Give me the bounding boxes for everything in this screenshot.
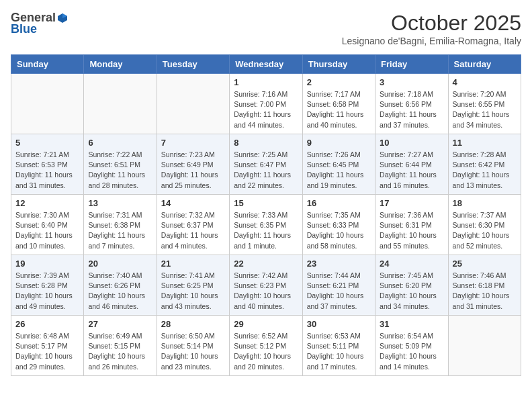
calendar-cell: 12Sunrise: 7:30 AM Sunset: 6:40 PM Dayli… <box>11 195 84 255</box>
day-number: 24 <box>380 259 443 269</box>
calendar-cell: 3Sunrise: 7:18 AM Sunset: 6:56 PM Daylig… <box>375 74 448 134</box>
day-info: Sunrise: 7:39 AM Sunset: 6:28 PM Dayligh… <box>15 271 79 312</box>
day-number: 1 <box>234 77 298 87</box>
calendar-cell: 13Sunrise: 7:31 AM Sunset: 6:38 PM Dayli… <box>84 195 157 255</box>
day-number: 3 <box>380 77 443 87</box>
calendar-cell: 5Sunrise: 7:21 AM Sunset: 6:53 PM Daylig… <box>11 134 84 195</box>
calendar-cell: 21Sunrise: 7:41 AM Sunset: 6:25 PM Dayli… <box>157 255 229 316</box>
header-monday: Monday <box>84 55 157 74</box>
day-info: Sunrise: 7:41 AM Sunset: 6:25 PM Dayligh… <box>161 271 225 312</box>
day-number: 21 <box>161 259 225 269</box>
day-number: 20 <box>88 259 152 269</box>
calendar-cell: 4Sunrise: 7:20 AM Sunset: 6:55 PM Daylig… <box>448 74 521 134</box>
day-number: 6 <box>88 138 152 148</box>
calendar-cell: 8Sunrise: 7:25 AM Sunset: 6:47 PM Daylig… <box>230 134 302 195</box>
day-info: Sunrise: 7:35 AM Sunset: 6:33 PM Dayligh… <box>307 210 371 251</box>
day-number: 9 <box>307 138 371 148</box>
calendar-cell: 15Sunrise: 7:33 AM Sunset: 6:35 PM Dayli… <box>230 195 302 255</box>
day-number: 30 <box>307 319 371 329</box>
calendar-week-5: 26Sunrise: 6:48 AM Sunset: 5:17 PM Dayli… <box>11 316 521 376</box>
location-subtitle: Lesignano de'Bagni, Emilia-Romagna, Ital… <box>342 36 521 46</box>
day-number: 18 <box>453 198 517 208</box>
day-info: Sunrise: 6:50 AM Sunset: 5:14 PM Dayligh… <box>161 331 225 372</box>
calendar-cell: 30Sunrise: 6:53 AM Sunset: 5:11 PM Dayli… <box>302 316 375 376</box>
day-number: 26 <box>15 319 79 329</box>
day-info: Sunrise: 7:31 AM Sunset: 6:38 PM Dayligh… <box>88 210 152 251</box>
day-info: Sunrise: 7:33 AM Sunset: 6:35 PM Dayligh… <box>234 210 298 251</box>
day-info: Sunrise: 6:53 AM Sunset: 5:11 PM Dayligh… <box>307 331 371 372</box>
day-info: Sunrise: 7:28 AM Sunset: 6:42 PM Dayligh… <box>453 150 517 191</box>
day-info: Sunrise: 7:26 AM Sunset: 6:45 PM Dayligh… <box>307 150 371 191</box>
day-number: 4 <box>453 77 517 87</box>
calendar-week-1: 1Sunrise: 7:16 AM Sunset: 7:00 PM Daylig… <box>11 74 521 134</box>
calendar-cell: 26Sunrise: 6:48 AM Sunset: 5:17 PM Dayli… <box>11 316 84 376</box>
day-number: 2 <box>307 77 371 87</box>
header-saturday: Saturday <box>448 55 521 74</box>
page-header: General Blue October 2025 Lesignano de'B… <box>11 11 521 46</box>
header-tuesday: Tuesday <box>157 55 229 74</box>
day-number: 22 <box>234 259 298 269</box>
day-number: 17 <box>380 198 443 208</box>
day-number: 13 <box>88 198 152 208</box>
day-number: 25 <box>453 259 517 269</box>
day-info: Sunrise: 6:54 AM Sunset: 5:09 PM Dayligh… <box>380 331 443 372</box>
day-number: 27 <box>88 319 152 329</box>
day-number: 28 <box>161 319 225 329</box>
header-wednesday: Wednesday <box>230 55 302 74</box>
calendar-table: SundayMondayTuesdayWednesdayThursdayFrid… <box>11 54 521 376</box>
title-area: October 2025 Lesignano de'Bagni, Emilia-… <box>342 11 521 46</box>
day-number: 15 <box>234 198 298 208</box>
month-title: October 2025 <box>342 11 521 36</box>
calendar-cell: 20Sunrise: 7:40 AM Sunset: 6:26 PM Dayli… <box>84 255 157 316</box>
calendar-cell: 28Sunrise: 6:50 AM Sunset: 5:14 PM Dayli… <box>157 316 229 376</box>
day-info: Sunrise: 7:30 AM Sunset: 6:40 PM Dayligh… <box>15 210 79 251</box>
calendar-header-row: SundayMondayTuesdayWednesdayThursdayFrid… <box>11 55 521 74</box>
header-thursday: Thursday <box>302 55 375 74</box>
day-number: 31 <box>380 319 443 329</box>
header-sunday: Sunday <box>11 55 84 74</box>
day-number: 12 <box>15 198 79 208</box>
day-info: Sunrise: 6:48 AM Sunset: 5:17 PM Dayligh… <box>15 331 79 372</box>
day-info: Sunrise: 7:17 AM Sunset: 6:58 PM Dayligh… <box>307 89 371 130</box>
day-number: 7 <box>161 138 225 148</box>
day-number: 19 <box>15 259 79 269</box>
logo-blue-text: Blue <box>11 22 37 36</box>
day-info: Sunrise: 7:40 AM Sunset: 6:26 PM Dayligh… <box>88 271 152 312</box>
day-info: Sunrise: 7:22 AM Sunset: 6:51 PM Dayligh… <box>88 150 152 191</box>
day-info: Sunrise: 6:52 AM Sunset: 5:12 PM Dayligh… <box>234 331 298 372</box>
day-info: Sunrise: 7:20 AM Sunset: 6:55 PM Dayligh… <box>453 89 517 130</box>
day-number: 23 <box>307 259 371 269</box>
calendar-cell: 19Sunrise: 7:39 AM Sunset: 6:28 PM Dayli… <box>11 255 84 316</box>
calendar-cell: 9Sunrise: 7:26 AM Sunset: 6:45 PM Daylig… <box>302 134 375 195</box>
day-number: 29 <box>234 319 298 329</box>
logo: General Blue <box>11 11 68 36</box>
calendar-cell: 14Sunrise: 7:32 AM Sunset: 6:37 PM Dayli… <box>157 195 229 255</box>
calendar-cell: 31Sunrise: 6:54 AM Sunset: 5:09 PM Dayli… <box>375 316 448 376</box>
calendar-cell: 23Sunrise: 7:44 AM Sunset: 6:21 PM Dayli… <box>302 255 375 316</box>
calendar-cell <box>11 74 84 134</box>
calendar-cell: 22Sunrise: 7:42 AM Sunset: 6:23 PM Dayli… <box>230 255 302 316</box>
day-info: Sunrise: 7:37 AM Sunset: 6:30 PM Dayligh… <box>453 210 517 251</box>
calendar-week-2: 5Sunrise: 7:21 AM Sunset: 6:53 PM Daylig… <box>11 134 521 195</box>
day-number: 5 <box>15 138 79 148</box>
day-info: Sunrise: 7:46 AM Sunset: 6:18 PM Dayligh… <box>453 271 517 312</box>
logo-flag-icon <box>57 13 68 24</box>
day-number: 16 <box>307 198 371 208</box>
day-info: Sunrise: 7:42 AM Sunset: 6:23 PM Dayligh… <box>234 271 298 312</box>
day-number: 10 <box>380 138 443 148</box>
calendar-week-3: 12Sunrise: 7:30 AM Sunset: 6:40 PM Dayli… <box>11 195 521 255</box>
day-info: Sunrise: 7:27 AM Sunset: 6:44 PM Dayligh… <box>380 150 443 191</box>
day-info: Sunrise: 7:44 AM Sunset: 6:21 PM Dayligh… <box>307 271 371 312</box>
day-number: 11 <box>453 138 517 148</box>
calendar-cell: 18Sunrise: 7:37 AM Sunset: 6:30 PM Dayli… <box>448 195 521 255</box>
day-info: Sunrise: 7:16 AM Sunset: 7:00 PM Dayligh… <box>234 89 298 130</box>
day-info: Sunrise: 7:32 AM Sunset: 6:37 PM Dayligh… <box>161 210 225 251</box>
calendar-cell: 16Sunrise: 7:35 AM Sunset: 6:33 PM Dayli… <box>302 195 375 255</box>
day-number: 8 <box>234 138 298 148</box>
day-info: Sunrise: 7:23 AM Sunset: 6:49 PM Dayligh… <box>161 150 225 191</box>
day-info: Sunrise: 7:18 AM Sunset: 6:56 PM Dayligh… <box>380 89 443 130</box>
calendar-week-4: 19Sunrise: 7:39 AM Sunset: 6:28 PM Dayli… <box>11 255 521 316</box>
calendar-cell: 25Sunrise: 7:46 AM Sunset: 6:18 PM Dayli… <box>448 255 521 316</box>
calendar-cell <box>448 316 521 376</box>
day-info: Sunrise: 7:21 AM Sunset: 6:53 PM Dayligh… <box>15 150 79 191</box>
